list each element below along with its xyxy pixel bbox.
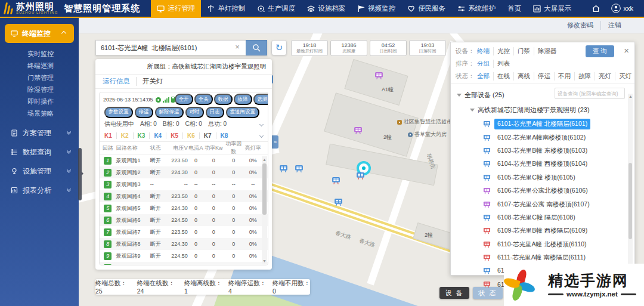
device-tree-search-input[interactable] xyxy=(555,88,625,99)
refresh-button[interactable]: ↻ xyxy=(271,40,287,55)
sidebar-item-instant-operation[interactable]: 即时操作 xyxy=(0,95,79,107)
scroll-up-icon[interactable]: ▲ xyxy=(262,157,267,162)
sidebar-group-data-query[interactable]: 数据查询 xyxy=(0,143,79,161)
nav-item-system-maintenance[interactable]: 系统维护 xyxy=(451,0,501,17)
clear-search-icon[interactable]: × xyxy=(233,42,242,52)
action-log-button[interactable]: 日志 xyxy=(206,107,224,118)
action-suspend-button[interactable]: 停运 xyxy=(135,107,153,118)
action-fault-button[interactable]: 故障 xyxy=(234,94,252,105)
tab-run-info[interactable]: 运行信息 xyxy=(103,77,130,86)
state-option-suspended[interactable]: 停运 xyxy=(534,72,550,81)
k-switch[interactable]: K3 xyxy=(133,132,145,139)
table-row[interactable]: 9景观回路9断开224.500000% xyxy=(100,250,268,262)
scroll-up-icon[interactable]: ▲ xyxy=(628,94,633,98)
tree-scrollbar[interactable]: ▲ ▼ xyxy=(628,94,633,271)
expand-k-icon[interactable] xyxy=(259,134,264,138)
table-row[interactable]: 7景观回路7断开223.500000% xyxy=(100,226,268,238)
sidebar-group-facility-management[interactable]: 设施管理 xyxy=(0,162,79,180)
table-row[interactable]: 4景观回路4断开223.500000% xyxy=(100,190,268,202)
close-icon[interactable]: × xyxy=(624,45,629,56)
action-param-config-button[interactable]: 参数设置 xyxy=(104,107,133,118)
map-marker-terminal-blue-3[interactable] xyxy=(334,198,343,209)
k-switch[interactable]: K5 xyxy=(166,132,178,139)
sidebar-item-realtime-monitor[interactable]: 实时监控 xyxy=(0,48,79,60)
map-marker-terminal-blue-1[interactable] xyxy=(279,165,288,175)
map-marker-terminal-purple-a1[interactable] xyxy=(374,72,383,82)
action-all-on-button[interactable]: 全开 xyxy=(175,94,193,105)
action-all-off-button[interactable]: 全关 xyxy=(194,94,213,105)
sort-option-group[interactable]: 分组 xyxy=(477,60,490,68)
action-select-test-button[interactable]: 选测 xyxy=(253,94,268,105)
nav-item-home[interactable]: 首页 xyxy=(501,0,527,17)
map-marker-terminal-purple-2[interactable] xyxy=(354,126,363,137)
k-switch[interactable]: K1 xyxy=(104,132,112,139)
sidebar-collapse-handle[interactable] xyxy=(78,148,82,200)
device-item-6101[interactable]: 6101-芯光里A幢 北楼隔层(6101) xyxy=(457,118,634,131)
scroll-down-icon[interactable]: ▼ xyxy=(262,259,267,263)
filter-option-light-control[interactable]: 光控 xyxy=(493,47,510,55)
search-input[interactable] xyxy=(95,40,246,55)
device-item-6109[interactable]: 6109-芯光里B幢 西楼隔层(6109) xyxy=(457,224,634,237)
search-button[interactable] xyxy=(246,40,267,55)
map-marker-terminal-red[interactable] xyxy=(332,177,340,187)
nav-item-production[interactable]: 生产调度 xyxy=(251,0,301,17)
sidebar-item-access-control[interactable]: 门禁管理 xyxy=(0,72,79,84)
sidebar-group-report-analysis[interactable]: 报表分析 xyxy=(0,181,79,199)
scrollbar-thumb[interactable] xyxy=(262,163,267,215)
home-icon[interactable] xyxy=(592,4,600,13)
k-switch[interactable]: K6 xyxy=(182,132,195,139)
table-row[interactable]: 6景观回路6断开224.500000% xyxy=(100,214,268,226)
table-row[interactable]: 1景观回路1断开223.500000% xyxy=(100,154,268,166)
sidebar-item-terminal-patrol[interactable]: 终端巡测 xyxy=(0,60,79,72)
user-chip[interactable]: xxk xyxy=(611,4,634,13)
table-row[interactable]: 3景观回路3------------ xyxy=(100,178,268,190)
sidebar-group-plan-management[interactable]: 方案管理 xyxy=(0,124,79,142)
nav-item-operation[interactable]: 运行管理 xyxy=(151,0,201,17)
device-item-6106[interactable]: 6106-芯光里公寓北楼楼顶(6106) xyxy=(457,184,634,197)
nav-item-facility-archive[interactable]: 设施档案 xyxy=(301,0,351,17)
change-password-link[interactable]: 修改密码 xyxy=(560,21,600,30)
action-resume-button[interactable]: 解除停运 xyxy=(155,107,184,118)
action-send-gate-config-button[interactable]: 发送闸设置 xyxy=(226,107,260,118)
device-item-6102[interactable]: 6102-芯光里A幢南楼楼顶(6102) xyxy=(457,131,634,144)
state-option-online[interactable]: 在线 xyxy=(493,72,510,81)
state-option-offline[interactable]: 离线 xyxy=(513,72,530,81)
table-scrollbar[interactable]: ▲ ▼ xyxy=(262,156,267,264)
device-item-6107[interactable]: 6107-芯光里公寓 南楼楼顶(6107) xyxy=(457,197,634,211)
k-switch[interactable]: K2 xyxy=(116,132,129,139)
query-button[interactable]: 查 询 xyxy=(586,45,614,57)
filter-option-terminal[interactable]: 终端 xyxy=(477,47,490,55)
tab-switch-light[interactable]: 开关灯 xyxy=(136,77,163,86)
sidebar-item-scene-strategy[interactable]: 场景策略 xyxy=(0,107,79,119)
expand-power-icon[interactable] xyxy=(259,122,264,126)
state-option-all[interactable]: 全部 xyxy=(477,72,490,81)
device-item-6104[interactable]: 6104-芯光里B幢 西楼楼顶(6104) xyxy=(457,157,634,171)
table-row[interactable]: 5景观回路5断开224.300000% xyxy=(100,202,268,214)
nav-item-video[interactable]: 视频监控 xyxy=(351,0,401,17)
sort-option-list[interactable]: 列表 xyxy=(493,60,510,68)
k-switch[interactable]: K8 xyxy=(216,132,228,139)
logout-link[interactable]: 注销 xyxy=(600,21,628,30)
nav-item-single-lamp[interactable]: 单灯控制 xyxy=(201,0,251,17)
state-option-unused[interactable]: 不用 xyxy=(554,72,571,81)
filter-option-access[interactable]: 门禁 xyxy=(513,47,530,55)
state-option-light-off[interactable]: 灭灯 xyxy=(615,72,631,81)
sidebar-item-dehumidify[interactable]: 除湿管理 xyxy=(0,84,79,95)
sidebar-item-terminal-monitor[interactable]: 终端监控 xyxy=(5,24,74,43)
table-row[interactable]: 2景观回路2断开224.300000% xyxy=(100,166,268,178)
scrollbar-thumb[interactable] xyxy=(628,163,632,239)
panel-expand-handle[interactable]: » xyxy=(272,135,278,149)
map-marker-terminal-blue-2[interactable] xyxy=(295,165,304,175)
action-data-button[interactable]: 数据 xyxy=(214,94,233,105)
state-option-light-on[interactable]: 亮灯 xyxy=(595,72,611,81)
device-item-6103[interactable]: 6103-芯光里B幢 东楼楼顶(6103) xyxy=(457,144,634,157)
device-item-6111[interactable]: 6111-芯光里A幢 南楼隔层(6111) xyxy=(457,251,634,264)
nav-item-big-screen[interactable]: 大屏展示 xyxy=(527,0,577,17)
nav-item-public-service[interactable]: 便民服务 xyxy=(401,0,451,17)
table-row[interactable]: 10景观回路10断开223.500000% xyxy=(100,262,268,265)
device-item-6105[interactable]: 6105-芯光里C幢 楼顶(6105) xyxy=(457,171,634,184)
device-item-6110[interactable]: 6110-芯光里A幢 北楼楼顶(6110) xyxy=(457,238,634,251)
table-row[interactable]: 8景观回路8断开224.300000% xyxy=(100,238,268,250)
device-item-6108[interactable]: 6108-芯光里C幢 隔层(6108) xyxy=(457,211,634,224)
tree-group-node[interactable]: 高铁新城芯汇湖周边楼宇景观照明 (23) xyxy=(457,103,634,116)
